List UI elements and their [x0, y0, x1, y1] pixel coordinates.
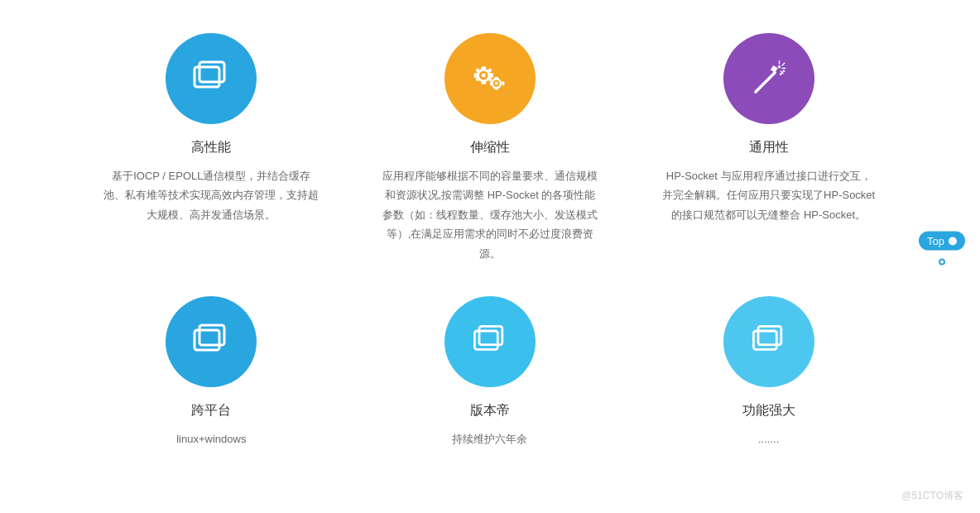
icon-version [444, 296, 536, 387]
feature-desc-high-performance: 基于IOCP / EPOLL通信模型，并结合缓存池、私有堆等技术实现高效内存管理… [103, 166, 319, 224]
svg-line-26 [781, 71, 783, 74]
icon-high-performance [166, 33, 257, 124]
svg-point-22 [780, 73, 782, 75]
svg-point-21 [782, 70, 785, 73]
svg-rect-15 [494, 88, 498, 90]
feature-card-version: 版本帝 持续维护六年余 [376, 296, 605, 448]
icon-versatility [723, 33, 814, 124]
feature-desc-powerful: ....... [758, 429, 779, 448]
top-button-label: Top [927, 235, 944, 247]
svg-rect-6 [474, 73, 478, 78]
feature-title-version: 版本帝 [470, 402, 510, 420]
svg-line-24 [782, 63, 785, 65]
svg-line-18 [756, 73, 775, 92]
feature-card-high-performance: 高性能 基于IOCP / EPOLL通信模型，并结合缓存池、私有堆等技术实现高效… [97, 33, 326, 263]
top-button[interactable]: Top [919, 232, 965, 251]
feature-card-cross-platform: 跨平台 linux+windows [97, 296, 326, 448]
feature-desc-scalability: 应用程序能够根据不同的容量要求、通信规模和资源状况,按需调整 HP-Socket… [382, 166, 598, 263]
feature-desc-version: 持续维护六年余 [452, 429, 527, 448]
feature-title-high-performance: 高性能 [191, 139, 231, 156]
top-button-container: Top [919, 232, 965, 266]
features-grid: 高性能 基于IOCP / EPOLL通信模型，并结合缓存池、私有堆等技术实现高效… [97, 33, 883, 448]
feature-title-cross-platform: 跨平台 [191, 402, 231, 420]
feature-desc-versatility: HP-Socket 与应用程序通过接口进行交互，并完全解耦。任何应用只要实现了H… [661, 166, 877, 224]
feature-desc-cross-platform: linux+windows [176, 429, 246, 448]
nav-dot[interactable] [939, 259, 945, 266]
feature-title-powerful: 功能强大 [742, 402, 795, 420]
icon-scalability [444, 33, 536, 124]
feature-card-versatility: 通用性 HP-Socket 与应用程序通过接口进行交互，并完全解耦。任何应用只要… [654, 33, 883, 263]
svg-rect-17 [502, 81, 504, 85]
svg-point-13 [495, 82, 498, 85]
svg-rect-14 [494, 77, 498, 79]
top-button-dot [949, 237, 957, 245]
feature-card-powerful: 功能强大 ....... [654, 296, 883, 448]
svg-rect-5 [481, 81, 486, 84]
icon-cross-platform [166, 296, 257, 387]
feature-title-versatility: 通用性 [749, 139, 789, 156]
feature-title-scalability: 伸缩性 [470, 139, 510, 156]
svg-rect-7 [490, 73, 493, 78]
svg-point-20 [777, 65, 781, 69]
feature-card-scalability: 伸缩性 应用程序能够根据不同的容量要求、通信规模和资源状况,按需调整 HP-So… [376, 33, 605, 263]
main-container: 高性能 基于IOCP / EPOLL通信模型，并结合缓存池、私有堆等技术实现高效… [0, 0, 980, 513]
svg-marker-19 [770, 65, 777, 73]
svg-rect-16 [490, 81, 492, 85]
icon-powerful [723, 296, 814, 387]
svg-point-3 [482, 74, 486, 78]
svg-rect-4 [481, 67, 486, 70]
footer-text: @51CTO博客 [901, 489, 963, 503]
